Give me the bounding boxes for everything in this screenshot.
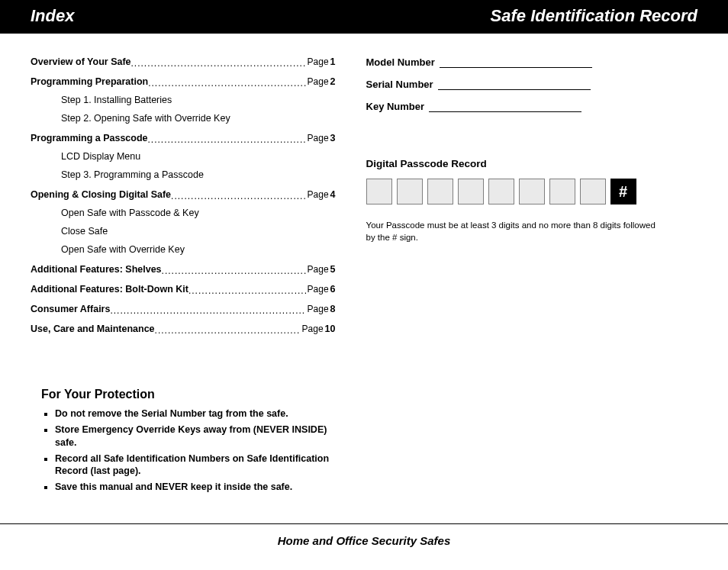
index-leader-dots [162, 266, 306, 276]
index-subitem: Open Safe with Passcode & Key [61, 208, 336, 218]
passcode-digit-box[interactable] [427, 179, 453, 204]
record-field-label: Model Number [366, 56, 435, 68]
index-page-number: 6 [330, 284, 336, 295]
index-row: Overview of Your Safe Page 1 [31, 56, 336, 67]
passcode-digit-box[interactable] [519, 179, 545, 204]
protection-item: Record all Safe Identification Numbers o… [55, 452, 336, 478]
record-field-label: Key Number [366, 101, 425, 112]
index-entry-title: Additional Features: Shelves [31, 264, 162, 275]
index-row: Additional Features: Bolt-Down Kit Page … [31, 284, 336, 295]
index-row: Consumer Affairs Page 8 [31, 304, 336, 314]
record-field-blank-line[interactable] [438, 79, 591, 90]
index-section: Use, Care and Maintenance Page 10 [31, 324, 336, 334]
index-subitem: Close Safe [61, 226, 336, 237]
footer-divider [0, 523, 728, 524]
index-page-number: 5 [330, 264, 336, 275]
protection-item: Do not remove the Serial Number tag from… [55, 407, 336, 420]
index-section: Programming a Passcode Page 3LCD Display… [31, 133, 336, 180]
header-bar: Index Safe Identification Record [0, 0, 728, 34]
record-field-blank-line[interactable] [440, 57, 592, 68]
index-entry-title: Programming a Passcode [31, 133, 148, 143]
header-title-left: Index [31, 6, 74, 26]
protection-item: Store Emergency Override Keys away from … [55, 423, 336, 449]
passcode-digit-box[interactable] [366, 179, 392, 204]
header-title-right: Safe Identification Record [491, 6, 697, 26]
index-subitem: LCD Display Menu [61, 151, 336, 162]
passcode-digit-box[interactable] [549, 179, 575, 204]
record-column: Model NumberSerial NumberKey Number Digi… [351, 56, 697, 498]
index-entry-title: Overview of Your Safe [31, 56, 131, 67]
record-field-label: Serial Number [366, 79, 433, 90]
index-page-number: 3 [330, 133, 336, 143]
record-field-line: Key Number [366, 101, 697, 112]
index-page-word: Page [308, 133, 329, 143]
index-entry-title: Programming Preparation [31, 76, 148, 87]
index-entry-title: Opening & Closing Digital Safe [31, 189, 171, 200]
index-section: Opening & Closing Digital Safe Page 4Ope… [31, 189, 336, 255]
index-leader-dots [155, 325, 301, 336]
index-list: Overview of Your Safe Page 1Programming … [31, 56, 336, 334]
index-subitem: Step 1. Installing Batteries [61, 95, 336, 105]
protection-block: For Your Protection Do not remove the Se… [41, 388, 336, 494]
index-section: Consumer Affairs Page 8 [31, 304, 336, 314]
index-page-word: Page [308, 264, 329, 275]
passcode-digit-box[interactable] [458, 179, 484, 204]
protection-list: Do not remove the Serial Number tag from… [41, 407, 336, 494]
passcode-digit-box[interactable] [488, 179, 514, 204]
index-page-word: Page [308, 284, 329, 295]
index-leader-dots [148, 134, 306, 145]
index-leader-dots [171, 191, 305, 201]
record-field-line: Serial Number [366, 79, 697, 90]
index-page-number: 4 [330, 189, 336, 200]
index-leader-dots [110, 305, 305, 316]
hash-icon: # [610, 179, 636, 204]
index-section: Programming Preparation Page 2Step 1. In… [31, 76, 336, 124]
record-fields: Model NumberSerial NumberKey Number [366, 56, 697, 112]
index-entry-title: Use, Care and Maintenance [31, 324, 155, 334]
index-page-word: Page [302, 324, 324, 334]
footer-text: Home and Office Security Safes [0, 534, 728, 547]
record-field-blank-line[interactable] [429, 101, 581, 112]
index-entry-title: Consumer Affairs [31, 304, 110, 314]
record-field-line: Model Number [366, 56, 697, 68]
index-leader-dots [148, 78, 305, 89]
index-page-word: Page [308, 304, 329, 314]
index-row: Opening & Closing Digital Safe Page 4 [31, 189, 336, 200]
index-row: Programming a Passcode Page 3 [31, 133, 336, 143]
index-row: Additional Features: Shelves Page 5 [31, 264, 336, 275]
passcode-boxes-row: # [366, 179, 697, 204]
index-row: Use, Care and Maintenance Page 10 [31, 324, 336, 334]
index-section: Additional Features: Bolt-Down Kit Page … [31, 284, 336, 295]
index-page-number: 10 [325, 324, 336, 334]
index-subitem: Step 2. Opening Safe with Override Key [61, 113, 336, 124]
index-subitem: Open Safe with Override Key [61, 244, 336, 255]
index-subitem: Step 3. Programming a Passcode [61, 169, 336, 180]
index-page-word: Page [308, 56, 329, 67]
index-row: Programming Preparation Page 2 [31, 76, 336, 87]
index-section: Overview of Your Safe Page 1 [31, 56, 336, 67]
index-section: Additional Features: Shelves Page 5 [31, 264, 336, 275]
index-page-word: Page [308, 76, 329, 87]
index-leader-dots [188, 285, 306, 296]
index-column: Overview of Your Safe Page 1Programming … [31, 56, 351, 498]
protection-item: Save this manual and NEVER keep it insid… [55, 481, 336, 493]
index-page-number: 2 [330, 76, 336, 87]
index-leader-dots [131, 58, 306, 69]
protection-heading: For Your Protection [41, 388, 336, 401]
passcode-digit-box[interactable] [580, 179, 606, 204]
index-page-number: 1 [330, 56, 336, 67]
main-content: Overview of Your Safe Page 1Programming … [0, 34, 728, 505]
index-page-word: Page [308, 189, 329, 200]
index-page-number: 8 [330, 304, 336, 314]
passcode-heading: Digital Passcode Record [366, 158, 697, 169]
index-entry-title: Additional Features: Bolt-Down Kit [31, 284, 188, 295]
passcode-digit-box[interactable] [397, 179, 423, 204]
passcode-note: Your Passcode must be at least 3 digits … [366, 220, 656, 243]
